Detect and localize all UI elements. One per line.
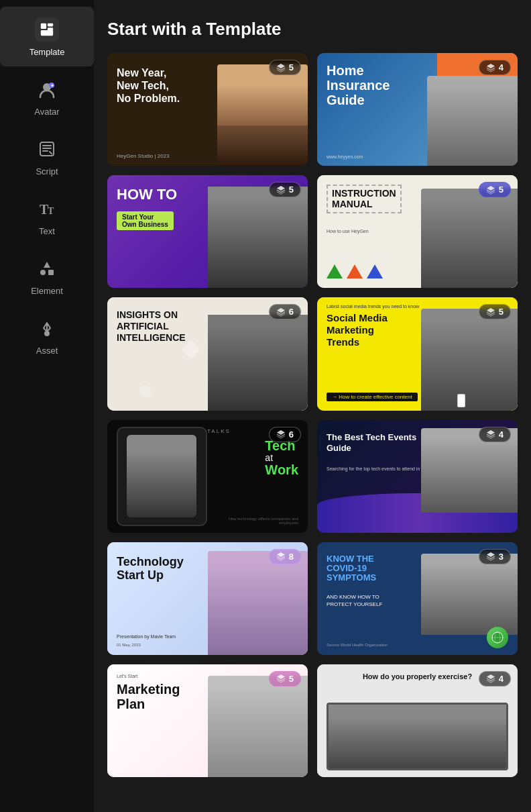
card-subtitle: Searching for the top tech events to att…: [327, 466, 436, 472]
card-title: HOW TO: [117, 187, 177, 202]
person-in-phone: [127, 435, 196, 517]
badge-number: 5: [289, 62, 294, 72]
triangle-orange: [347, 264, 363, 278]
person-figure: [427, 76, 518, 166]
sidebar-label-text: Text: [39, 226, 55, 236]
template-card-best-tech-events[interactable]: The Best Tech Events Guide Searching for…: [317, 420, 518, 533]
card-subtitle: How technology affects companies and emp…: [208, 517, 298, 525]
sidebar-item-template[interactable]: Template: [0, 7, 94, 66]
main-content: Start with a Template New Year,New Tech,…: [94, 0, 531, 812]
badge-number: 3: [499, 552, 504, 562]
card-title: MarketingPlan: [117, 682, 180, 711]
svg-point-14: [40, 270, 46, 275]
card-avatar: [217, 64, 308, 166]
sidebar-item-element[interactable]: Element: [0, 246, 94, 305]
sidebar-label-avatar: Avatar: [34, 107, 59, 117]
sidebar-label-script: Script: [36, 166, 58, 176]
template-card-home-insurance[interactable]: Home Insurance Guide www.heyyen.com 4: [317, 53, 518, 166]
layers-icon: [276, 552, 286, 561]
template-card-exercise[interactable]: How do you properly exercise? 4: [317, 664, 518, 777]
svg-rect-15: [48, 270, 54, 275]
card-title: INSTRUCTIONMANUAL: [327, 185, 402, 213]
card-subtitle: HeyGen Studio | 2023: [117, 153, 170, 159]
slide-count-badge: 5: [479, 304, 511, 319]
card-title: TechnologyStart Up: [117, 556, 184, 582]
card-subtitle: Start YourOwn Business: [117, 211, 174, 230]
sidebar-item-avatar[interactable]: ✦ Avatar: [0, 66, 94, 126]
sidebar-item-script[interactable]: Script: [0, 126, 94, 186]
slide-count-badge: 4: [479, 671, 511, 687]
badge-number: 8: [289, 552, 294, 562]
template-card-marketing-plan[interactable]: Let's Start MarketingPlan 5: [107, 664, 308, 777]
template-icon: [35, 17, 59, 42]
template-card-tech-at-work[interactable]: TECH TALKS Tech at Work How technology a…: [107, 420, 308, 533]
person-figure: [421, 309, 518, 410]
badge-number: 4: [499, 429, 504, 440]
slide-count-badge: 5: [479, 182, 511, 197]
card-title: Home Insurance Guide: [327, 63, 430, 107]
screen-content: [329, 705, 506, 768]
card-url: www.heyyen.com: [327, 154, 363, 159]
card-title: Social MediaMarketingTrends: [327, 312, 434, 348]
badge-number: 6: [289, 307, 294, 317]
asset-icon: [34, 315, 60, 342]
badge-number: 5: [289, 185, 294, 195]
phone-mockup: [117, 427, 207, 526]
layers-icon: [276, 307, 286, 317]
slide-count-badge: 5: [269, 671, 301, 687]
phone-icon: [457, 394, 465, 407]
badge-number: 6: [289, 429, 294, 440]
layers-icon: [486, 429, 495, 439]
layers-icon: [276, 63, 286, 72]
svg-text:✦: ✦: [50, 83, 54, 88]
template-card-new-year-tech[interactable]: New Year,New Tech,No Problem. HeyGen Stu…: [107, 53, 308, 166]
slide-count-badge: 5: [269, 182, 301, 197]
template-card-technology-startup[interactable]: TechnologyStart Up Presentation by Mavie…: [107, 542, 308, 655]
slide-count-badge: 6: [269, 304, 301, 319]
slide-count-badge: 8: [269, 549, 301, 564]
svg-rect-0: [41, 23, 46, 29]
template-grid: New Year,New Tech,No Problem. HeyGen Stu…: [107, 53, 518, 777]
text-icon: T T: [34, 195, 60, 222]
triangle-blue: [367, 264, 383, 278]
badge-number: 5: [499, 185, 504, 195]
template-card-instruction-manual[interactable]: INSTRUCTIONMANUAL How to use HeyGen 5: [317, 175, 518, 288]
sidebar-item-text[interactable]: T T Text: [0, 186, 94, 246]
person-figure: [208, 187, 308, 288]
exercise-screen: [327, 703, 508, 770]
globe-icon: [487, 627, 508, 648]
template-card-covid-symptoms[interactable]: KNOW THECOVID-19SYMPTOMS AND KNOW HOW TO…: [317, 542, 518, 655]
layers-icon: [276, 429, 286, 439]
template-card-social-media[interactable]: Latest social media trends you need to k…: [317, 297, 518, 410]
card-title-at: at: [265, 452, 298, 464]
template-card-ai-insights[interactable]: INSIGHTS ONARTIFICIALINTELLIGENCE 6: [107, 297, 308, 410]
sidebar: Template ✦ Avatar Script: [0, 0, 94, 812]
avatar-icon: ✦: [34, 76, 60, 103]
template-svg-icon: [40, 22, 54, 37]
card-date: 01 May, 2023: [117, 643, 141, 647]
slide-count-badge: 6: [269, 427, 301, 442]
svg-marker-13: [44, 262, 50, 268]
slide-count-badge: 4: [479, 60, 511, 75]
card-title: KNOW THECOVID-19SYMPTOMS: [327, 554, 376, 583]
sidebar-label-template: Template: [30, 47, 65, 57]
sidebar-item-asset[interactable]: Asset: [0, 305, 94, 365]
layers-icon: [486, 552, 495, 561]
template-card-how-to[interactable]: HOW TO Start YourOwn Business 5: [107, 175, 308, 288]
card-title: The Best Tech Events Guide: [327, 432, 436, 455]
card-subtitle: Presentation by Mavie Team: [117, 633, 176, 640]
badge-number: 4: [499, 62, 504, 72]
card-title-group: Tech at Work: [265, 439, 298, 477]
globe-svg: [491, 631, 504, 644]
page-title: Start with a Template: [107, 19, 518, 40]
layers-icon: [276, 185, 286, 195]
triangle-green: [327, 264, 343, 278]
layers-icon: [486, 674, 495, 683]
sidebar-label-element: Element: [31, 286, 63, 296]
element-icon: [34, 255, 60, 282]
card-title-work: Work: [265, 463, 298, 476]
card-decorations: [327, 264, 383, 278]
svg-rect-3: [41, 30, 53, 36]
card-subtitle: How to use HeyGen: [327, 229, 369, 234]
svg-rect-1: [48, 23, 53, 27]
